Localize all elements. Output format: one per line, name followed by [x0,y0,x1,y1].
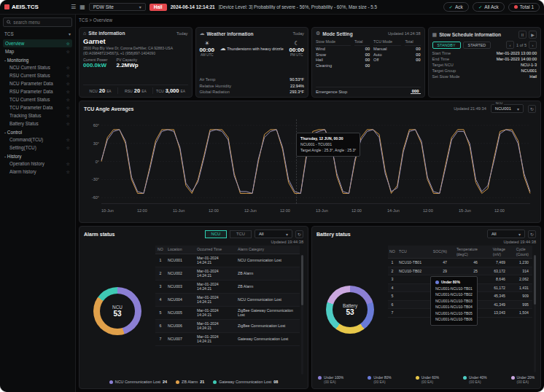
star-icon[interactable]: ☆ [66,49,70,54]
battery-filter-dropdown[interactable]: All ▾ [487,230,525,238]
site-selector[interactable]: PDW Site ▾ [89,3,146,11]
star-icon[interactable]: ☆ [66,161,70,166]
table-row[interactable]: 3NCU003Mar-01-2024 14:24:21ZB Alarm [155,281,300,294]
tcu-angle-chart[interactable]: 60°30°0°-30°-60°10-Jun12:0011-Jun12:0012… [84,114,536,219]
all-ack-button[interactable]: ✓ All Ack [473,2,505,12]
grid-view-icon[interactable]: ▦ [79,4,85,10]
star-icon[interactable]: ☆ [66,81,70,86]
legend-dot-icon [176,380,179,384]
star-icon[interactable]: ☆ [66,113,70,118]
legend-item-under-100[interactable]: Under 100%(00 EA) [318,376,343,385]
legend-item-zb-alarm[interactable]: ZB Alarm21 [176,380,204,384]
ncu-selector[interactable]: NCU NCU001 ▾ [491,104,524,113]
mode-label: Cleaning [316,63,351,68]
cell: 2,062 [508,275,531,283]
started-button[interactable]: STARTED [463,42,491,49]
prev-page-button[interactable]: ‹ [506,41,514,49]
cell: 1,431 [508,284,531,292]
tcu-angle-panel: TCU Angle Averages Updated 21:49:34 NCU … [79,101,541,223]
sidebar-item-tcu-current-status[interactable]: TCU Current Status☆ [3,95,72,103]
sidebar-root[interactable]: TCS ▾ [3,30,72,38]
star-icon[interactable]: ☆ [66,169,70,174]
mode-column-header: Total [405,39,420,46]
star-icon[interactable]: ☆ [66,73,70,78]
play-button[interactable]: ▶ [529,31,537,39]
refresh-button[interactable]: ↻ [528,105,536,113]
sidebar-item-command-tcu[interactable]: Command(TCU)☆ [3,136,72,144]
tab-ncu[interactable]: NCU [205,230,228,238]
cell: 63,172 [480,267,508,275]
sidebar-item-alarm-history[interactable]: Alarm history☆ [3,168,72,176]
table-row[interactable]: 7NCU007Mar-01-2024 14:24:21Gateway Commu… [155,333,300,346]
legend-text: Under 40%(00 EA) [469,376,486,385]
standby-button[interactable]: STANDBY [432,42,461,49]
legend-item-under-40[interactable]: Under 40%(00 EA) [463,376,486,385]
table-row[interactable]: 1NCU001Mar-01-2024 14:24:21NCU Communica… [155,254,300,267]
legend-item-under-80[interactable]: Under 80%(00 EA) [368,376,391,385]
sidebar-item-rsu-current-status[interactable]: RSU Current Status☆ [3,71,72,79]
sidebar-item-rsu-parameter-data[interactable]: RSU Parameter Data☆ [3,87,72,95]
search-input[interactable] [13,20,69,25]
ack-button[interactable]: ✓ Ack [443,2,469,12]
next-page-button[interactable]: › [529,41,537,49]
legend-item-under-60[interactable]: Under 60%(00 EA) [416,376,439,385]
sidebar-item-battery-status[interactable]: Battery Status☆ [3,119,72,128]
hamburger-menu-icon[interactable]: ☰ [71,4,76,10]
cell: 6 [155,320,166,332]
alarm-filter-dropdown[interactable]: All ▾ [254,230,292,238]
cell: Gateway Communication Lost [236,333,300,345]
sidebar-search[interactable] [3,17,72,27]
emergency-stop-value[interactable]: 000 [411,89,421,94]
sidebar-item-tracking-status[interactable]: Tracking Status☆ [3,111,72,119]
sidebar-item-map[interactable]: Map☆ [3,47,72,55]
alarm-donut-chart[interactable]: NCU 53 [93,287,141,335]
scrollbar[interactable] [301,255,303,375]
legend-text: Under 100%(00 EA) [324,376,343,385]
page-indicator: 1 of 5 [516,43,526,47]
tab-tcu[interactable]: TCU [230,230,252,238]
table-row[interactable]: 5NCU005Mar-01-2024 14:24:21ZigBee Gatewa… [155,307,300,320]
scrollbar[interactable] [534,255,536,372]
legend-item-ncu-communication-lost[interactable]: NCU Communication Lost24 [109,380,167,384]
legend-item-under-20[interactable]: Under 20%(00 EA) [511,376,535,385]
mode-value [405,63,420,68]
refresh-button[interactable]: ↻ [295,230,303,238]
sidebar-item-setting-tcu[interactable]: Setting(TCU)☆ [3,144,72,152]
card-title: Weather information [207,31,254,36]
column-header: Alarm Category [236,246,300,254]
star-icon[interactable]: ☆ [66,105,70,110]
cell: NCU Communication Lost [236,254,300,267]
card-title: Site information [88,31,125,36]
table-row[interactable]: 2NCU10-TB02292563,172314 [388,267,532,276]
mode-value: 00 [354,58,370,62]
sidebar-item-overview[interactable]: Overview☆ [3,39,72,47]
battery-tooltip-item: NCU001-NCU10-TB05 [435,310,473,317]
table-row[interactable]: 2NCU002Mar-01-2024 14:24:21ZB Alarm [155,267,300,281]
star-icon[interactable]: ☆ [66,65,70,70]
sidebar-item-ncu-parameter-data[interactable]: NCU Parameter Data☆ [3,79,72,87]
alert-message: [Device Level: 3] Probability of severe … [219,4,440,9]
sidebar-group-control[interactable]: - Control [3,128,72,136]
legend-item-gateway-communication-lost[interactable]: Gateway Communication Lost08 [213,380,278,384]
table-row[interactable]: 1NCU10-TB0147467,4691,230 [388,259,532,267]
sidebar-item-operation-history[interactable]: Operation history☆ [3,160,72,168]
star-icon[interactable]: ☆ [66,137,70,142]
star-icon[interactable]: ☆ [66,145,70,150]
sidebar-item-ncu-current-status[interactable]: NCU Current Status☆ [3,63,72,71]
panel-title: Alarm status [84,232,114,237]
search-icon [7,20,11,25]
star-icon[interactable]: ☆ [66,97,70,102]
pause-button[interactable]: II [518,31,526,39]
sidebar-group-history[interactable]: - History [3,152,72,160]
cell: 4 [155,294,166,306]
battery-donut-chart[interactable]: Battery 53 [326,286,374,334]
star-icon[interactable]: ☆ [66,89,70,94]
refresh-button[interactable]: ↻ [528,230,536,238]
total-alarms-button[interactable]: Total 1 [508,3,540,12]
sidebar-item-tcu-parameter-data[interactable]: TCU Parameter Data☆ [3,103,72,111]
table-row[interactable]: 6NCU006Mar-01-2024 14:24:21ZigBee Commun… [155,320,300,333]
star-icon[interactable]: ☆ [66,121,70,126]
sidebar-group-monitoring[interactable]: - Monitoring [3,55,72,63]
star-icon[interactable]: ☆ [66,41,70,46]
table-row[interactable]: 4NCU004Mar-01-2024 14:24:21NCU Communica… [155,294,300,307]
